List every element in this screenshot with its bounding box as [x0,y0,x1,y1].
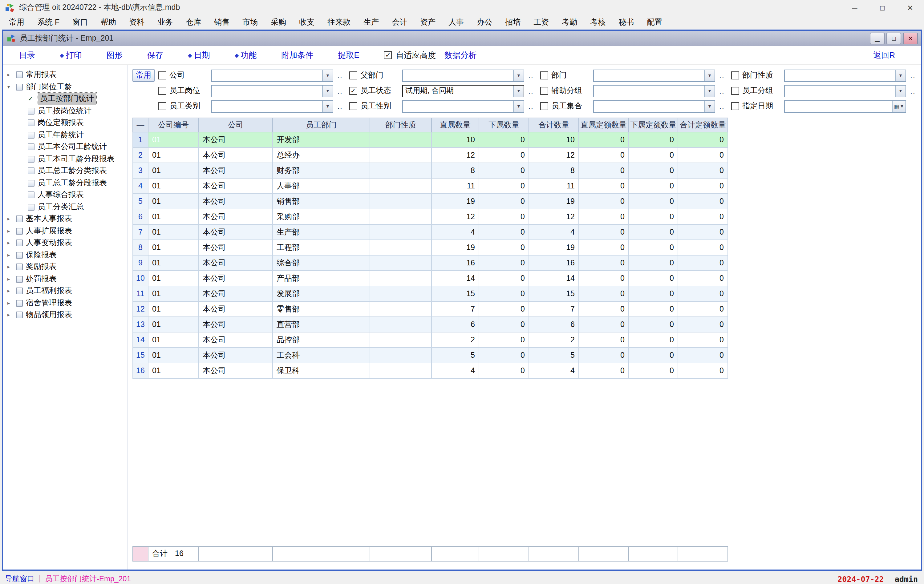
cell-total-quota[interactable]: 0 [678,286,728,302]
tree-item[interactable]: ✓员工按部门统计 [3,93,127,105]
cell-direct-quota[interactable]: 0 [579,209,629,225]
more-button-gender[interactable]: .. [524,102,538,110]
table-row-14[interactable]: 1401本公司品控部202000 [132,332,921,348]
table-row-1[interactable]: 101本公司开发部10010000 [132,132,921,148]
table-row-3[interactable]: 301本公司财务部808000 [132,163,921,179]
tree-item[interactable]: 员工年龄统计 [3,129,127,141]
cell-direct-count[interactable]: 11 [432,179,479,194]
combo-status[interactable]: 试用期, 合同期▼ [402,85,524,97]
column-header-dept-nature[interactable]: 部门性质 [370,118,432,132]
cell-dept-nature[interactable] [370,286,432,302]
column-header-company[interactable]: 公司 [199,118,273,132]
catalog-button[interactable]: 目录 [19,49,35,61]
cell-total-count[interactable]: 5 [529,348,579,363]
cell-total-count[interactable]: 4 [529,363,579,379]
table-row-7[interactable]: 701本公司生产部404000 [132,225,921,240]
menu-item-15[interactable]: 资产 [414,17,442,27]
cell-dept-nature[interactable] [370,194,432,209]
combo-category[interactable]: ▼ [211,100,333,112]
more-button-parent-dept[interactable]: .. [524,71,538,80]
cell-company-code[interactable]: 01 [148,179,199,194]
menu-item-2[interactable]: 系统 F [31,17,66,27]
cell-company[interactable]: 本公司 [199,363,273,379]
tree-item[interactable]: ▸员工福利报表 [3,285,127,297]
cell-department[interactable]: 人事部 [273,179,370,194]
cell-dept-nature[interactable] [370,317,432,332]
table-row-13[interactable]: 1301本公司直营部606000 [132,317,921,332]
cell-department[interactable]: 保卫科 [273,363,370,379]
cell-dept-nature[interactable] [370,302,432,317]
close-button[interactable]: ✕ [896,0,924,15]
cell-direct-count[interactable]: 2 [432,332,479,348]
cell-company[interactable]: 本公司 [199,225,273,240]
cell-direct-count[interactable]: 5 [432,348,479,363]
more-button-position[interactable]: .. [333,87,347,95]
more-button-dept-nature[interactable]: .. [906,71,920,80]
cell-company-code[interactable]: 01 [148,255,199,271]
filter-checkbox-parent-dept[interactable]: 父部门 [349,70,402,81]
cell-sub-count[interactable]: 0 [479,240,529,255]
extra-condition-button[interactable]: 附加条件 [282,49,314,61]
cell-direct-quota[interactable]: 0 [579,132,629,148]
dropdown-arrow-icon[interactable]: ▼ [513,70,524,81]
cell-company[interactable]: 本公司 [199,209,273,225]
menu-item-19[interactable]: 工资 [527,17,555,27]
menu-item-4[interactable]: 帮助 [94,17,122,27]
cell-company[interactable]: 本公司 [199,240,273,255]
checkbox-date[interactable] [731,102,739,110]
cell-direct-count[interactable]: 4 [432,363,479,379]
cell-department[interactable]: 销售部 [273,194,370,209]
auto-height-checkbox[interactable]: ✓ 自适应高度 [384,49,436,61]
dropdown-arrow-icon[interactable]: ▼ [513,101,524,112]
combo-date[interactable]: ▦▼ [784,100,906,112]
cell-total-count[interactable]: 14 [529,271,579,286]
cell-sub-count[interactable]: 0 [479,194,529,209]
cell-department[interactable]: 综合部 [273,255,370,271]
column-header-row-number[interactable]: — [132,118,148,132]
cell-total-quota[interactable]: 0 [678,132,728,148]
table-row-9[interactable]: 901本公司综合部16016000 [132,255,921,271]
report-minimize-button[interactable]: ▁ [870,33,884,44]
menu-item-1[interactable]: 常用 [2,17,31,27]
cell-company-code[interactable]: 01 [148,148,199,163]
cell-company-code[interactable]: 01 [148,240,199,255]
cell-sub-quota[interactable]: 0 [629,363,678,379]
more-button-status[interactable]: .. [524,87,538,95]
cell-total-count[interactable]: 19 [529,240,579,255]
menu-item-10[interactable]: 采购 [264,17,293,27]
cell-dept-nature[interactable] [370,132,432,148]
cell-sub-quota[interactable]: 0 [629,209,678,225]
cell-total-quota[interactable]: 0 [678,240,728,255]
table-row-4[interactable]: 401本公司人事部11011000 [132,179,921,194]
more-button-emp-set[interactable]: .. [715,102,729,110]
column-header-sub-quota[interactable]: 下属定额数量 [629,118,678,132]
cell-direct-quota[interactable]: 0 [579,286,629,302]
menu-item-18[interactable]: 招培 [499,17,527,27]
expand-icon[interactable]: ▸ [7,72,16,78]
cell-department[interactable]: 直营部 [273,317,370,332]
tree-item[interactable]: ▸人事变动报表 [3,237,127,249]
tree-item[interactable]: ▸处罚报表 [3,273,127,285]
cell-sub-count[interactable]: 0 [479,209,529,225]
cell-department[interactable]: 生产部 [273,225,370,240]
cell-direct-quota[interactable]: 0 [579,302,629,317]
filter-checkbox-aux-group[interactable]: 辅助分组 [540,86,593,96]
cell-direct-count[interactable]: 14 [432,271,479,286]
cell-direct-quota[interactable]: 0 [579,317,629,332]
maximize-button[interactable]: □ [869,0,896,15]
cell-total-quota[interactable]: 0 [678,194,728,209]
date-picker-icon[interactable]: ▦▼ [892,101,906,112]
cell-total-count[interactable]: 16 [529,255,579,271]
cell-dept-nature[interactable] [370,240,432,255]
tree-item[interactable]: 员工总工龄分类报表 [3,165,127,177]
cell-department[interactable]: 产品部 [273,271,370,286]
cell-total-count[interactable]: 12 [529,148,579,163]
checkbox-company[interactable] [158,71,166,79]
checkbox-dept-nature[interactable] [731,71,739,79]
cell-direct-quota[interactable]: 0 [579,255,629,271]
cell-total-count[interactable]: 6 [529,317,579,332]
checkbox-gender[interactable] [349,102,357,110]
more-button-category[interactable]: .. [333,102,347,110]
cell-total-quota[interactable]: 0 [678,209,728,225]
filter-checkbox-gender[interactable]: 员工性别 [349,101,402,112]
